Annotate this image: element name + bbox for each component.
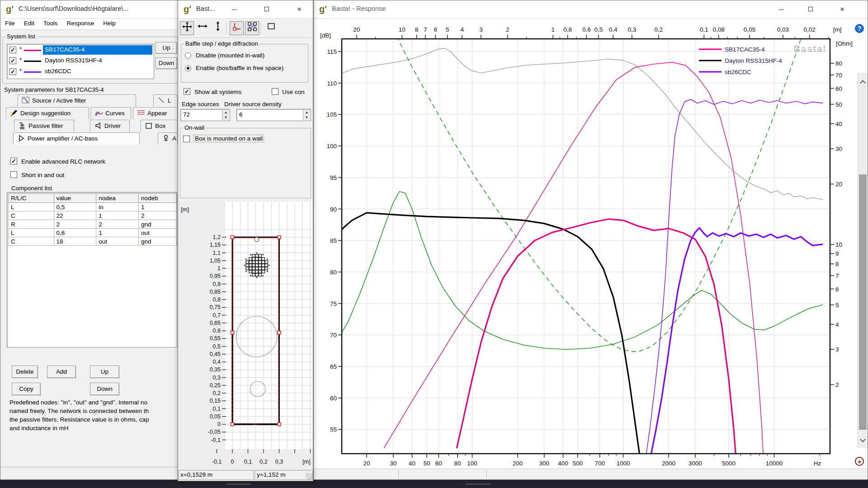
- component-cell[interactable]: 1: [96, 211, 139, 220]
- red-corner-tool-button[interactable]: [230, 21, 244, 35]
- baffle-titlebar[interactable]: ɡʹ Bast... ×: [178, 0, 313, 19]
- tab-a[interactable]: A: [158, 132, 178, 145]
- component-row[interactable]: C18outgnd: [9, 237, 177, 246]
- taskbar-app-indicator[interactable]: [226, 483, 251, 485]
- component-cell[interactable]: C: [9, 237, 54, 246]
- chart-scrollbar[interactable]: [858, 73, 868, 448]
- component-cell[interactable]: out: [138, 229, 176, 237]
- show-all-systems-checkbox[interactable]: ✓: [184, 88, 190, 95]
- component-cell[interactable]: gnd: [138, 220, 176, 229]
- tab-appear[interactable]: Appear: [133, 107, 178, 119]
- system-listbox[interactable]: ✓*SB17CAC35-4✓*Dayton RSS315HF-4✓*sb26CD…: [7, 44, 154, 79]
- tab-design-suggestion[interactable]: Design suggestion: [6, 107, 89, 119]
- baffle-handle[interactable]: [278, 236, 281, 239]
- component-cell[interactable]: in: [96, 203, 139, 211]
- short-in-out-checkbox[interactable]: [10, 171, 17, 178]
- tab-l[interactable]: L: [153, 94, 178, 107]
- disable-inwall-radio[interactable]: [185, 52, 191, 59]
- component-cell[interactable]: 2: [54, 220, 96, 229]
- system-checkbox[interactable]: ✓: [9, 57, 16, 64]
- up-button[interactable]: Up: [90, 366, 119, 378]
- component-column-header[interactable]: value: [54, 194, 96, 203]
- component-cell[interactable]: 0,5: [54, 203, 96, 211]
- component-cell[interactable]: gnd: [138, 237, 176, 246]
- component-cell[interactable]: 22: [54, 211, 96, 220]
- taskbar[interactable]: [0, 480, 868, 488]
- legend-label[interactable]: sb26CDC: [725, 69, 751, 75]
- system-name[interactable]: sb26CDC: [43, 67, 152, 76]
- down-button[interactable]: Down: [90, 383, 119, 395]
- horizontal-arrow-tool-button[interactable]: [195, 21, 209, 35]
- system-up-button[interactable]: Up: [156, 42, 177, 54]
- component-row[interactable]: L0,61out: [9, 229, 177, 237]
- component-cell[interactable]: R: [9, 220, 54, 229]
- component-listbox[interactable]: R/L/CvaluenodeanodebL0,5in1C2212R22gndL0…: [7, 192, 177, 347]
- copy-button[interactable]: Copy: [12, 383, 41, 395]
- rect-tool-button[interactable]: [264, 21, 278, 35]
- tab-passive-filter[interactable]: Passive filter: [14, 120, 74, 132]
- component-cell[interactable]: L: [9, 203, 54, 211]
- baffle-handle[interactable]: [231, 331, 234, 334]
- component-cell[interactable]: C: [9, 211, 54, 220]
- legend-label[interactable]: Dayton RSS315HF-4: [725, 57, 782, 64]
- tab-curves[interactable]: Curves: [91, 107, 131, 119]
- driver-density-input[interactable]: 6 ▲▼: [236, 109, 311, 121]
- response-titlebar[interactable]: ɡʹ Basta! - Response ×: [314, 0, 868, 19]
- menu-item-help[interactable]: Help: [99, 19, 120, 28]
- menu-item-file[interactable]: File: [0, 19, 19, 28]
- scrollbar-thumb[interactable]: [859, 174, 867, 430]
- scroll-up-icon[interactable]: [860, 80, 866, 86]
- use-con-checkbox[interactable]: [272, 88, 278, 95]
- component-cell[interactable]: 1: [138, 203, 176, 211]
- enable-rlc-checkbox[interactable]: ✓: [10, 158, 17, 164]
- component-column-header[interactable]: nodea: [96, 194, 139, 203]
- driver-density-spinner[interactable]: ▲▼: [303, 110, 310, 120]
- close-button[interactable]: ×: [829, 0, 855, 19]
- restore-button[interactable]: [797, 0, 824, 19]
- system-down-button[interactable]: Down: [156, 57, 177, 69]
- component-cell[interactable]: 0,6: [54, 229, 96, 237]
- resize-grip[interactable]: [306, 473, 312, 479]
- move-tool-button[interactable]: [180, 21, 194, 35]
- edge-sources-input[interactable]: 72 ▲▼: [180, 109, 230, 121]
- enable-freespace-radio[interactable]: [185, 65, 191, 71]
- edge-sources-spinner[interactable]: ▲▼: [222, 110, 229, 120]
- maximize-button[interactable]: [254, 0, 280, 19]
- system-list-item[interactable]: ✓*Dayton RSS315HF-4: [8, 56, 153, 66]
- vertical-arrow-tool-button[interactable]: [211, 21, 225, 35]
- menu-item-edit[interactable]: Edit: [19, 19, 39, 28]
- component-cell[interactable]: 18: [54, 237, 96, 246]
- component-row[interactable]: L0,5in1: [9, 203, 177, 211]
- menu-item-response[interactable]: Response: [62, 19, 99, 28]
- tab-box[interactable]: Box: [141, 120, 178, 132]
- system-checkbox[interactable]: ✓: [9, 47, 16, 53]
- system-list-item[interactable]: ✓*SB17CAC35-4: [8, 45, 153, 55]
- tweeter-marker[interactable]: [255, 237, 259, 242]
- system-name[interactable]: SB17CAC35-4: [43, 45, 152, 55]
- zoom-in-button[interactable]: +: [855, 457, 864, 466]
- component-cell[interactable]: out: [96, 237, 139, 246]
- tab-driver[interactable]: Driver: [90, 120, 130, 132]
- baffle-handle[interactable]: [231, 423, 234, 426]
- nodes-tool-button[interactable]: [245, 21, 259, 35]
- system-checkbox[interactable]: ✓: [9, 68, 16, 75]
- minimize-button[interactable]: [221, 0, 247, 19]
- baffle-handle[interactable]: [278, 331, 281, 334]
- help-button[interactable]: ?: [855, 24, 864, 33]
- minimize-button[interactable]: [768, 0, 794, 19]
- component-column-header[interactable]: nodeb: [138, 194, 176, 203]
- component-cell[interactable]: 1: [96, 229, 139, 237]
- component-cell[interactable]: 2: [96, 220, 139, 229]
- baffle-handle[interactable]: [231, 236, 234, 239]
- legend-label[interactable]: SB17CAC35-4: [725, 46, 765, 53]
- system-list-item[interactable]: ✓*sb26CDC: [8, 67, 153, 77]
- component-row[interactable]: R22gnd: [9, 220, 177, 229]
- box-on-wall-checkbox[interactable]: [183, 136, 190, 142]
- scroll-down-icon[interactable]: [860, 436, 866, 442]
- system-name[interactable]: Dayton RSS315HF-4: [43, 56, 152, 66]
- add-button[interactable]: Add: [47, 366, 76, 378]
- delete-button[interactable]: Delete: [12, 366, 38, 378]
- baffle-layout-plot[interactable]: 1,21,151,11,0510,950,90,850,80,750,70,65…: [178, 202, 313, 470]
- baffle-handle[interactable]: [278, 423, 281, 426]
- component-column-header[interactable]: R/L/C: [9, 194, 54, 203]
